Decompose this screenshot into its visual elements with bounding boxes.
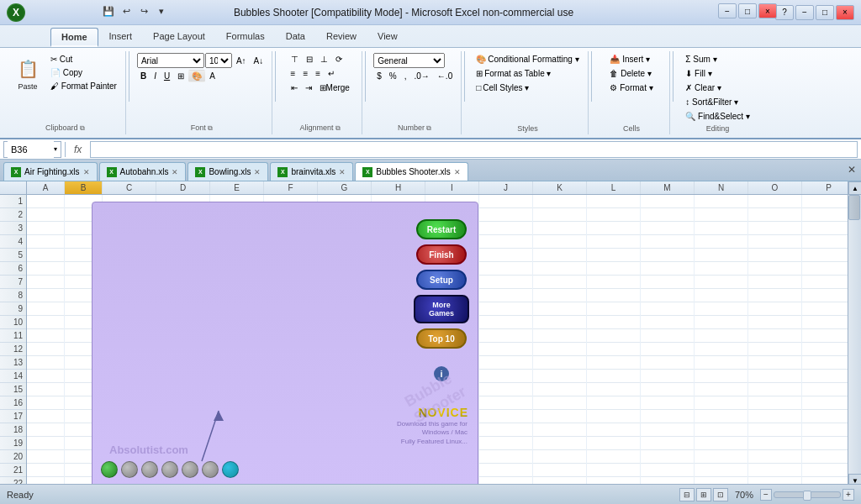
cell-l10[interactable] bbox=[587, 316, 641, 329]
font-color-button[interactable]: A bbox=[206, 70, 219, 82]
zoom-handle[interactable] bbox=[803, 491, 811, 501]
cell-a18[interactable] bbox=[27, 423, 65, 437]
format-as-table-button[interactable]: ⊞ Format as Table ▾ bbox=[473, 67, 554, 80]
cell-k11[interactable] bbox=[533, 329, 587, 343]
zoom-slider[interactable] bbox=[774, 491, 841, 498]
sort-filter-button[interactable]: ↕ Sort&Filter ▾ bbox=[682, 96, 742, 108]
col-header-m[interactable]: M bbox=[641, 181, 695, 194]
wrap-text-btn[interactable]: ↵ bbox=[325, 67, 338, 80]
cell-o2[interactable] bbox=[748, 208, 802, 222]
align-middle-btn[interactable]: ⊟ bbox=[303, 53, 316, 66]
cell-j3[interactable] bbox=[479, 222, 533, 235]
align-left-btn[interactable]: ≡ bbox=[288, 67, 299, 80]
cell-l19[interactable] bbox=[587, 437, 641, 450]
cell-m7[interactable] bbox=[641, 276, 695, 289]
cell-n6[interactable] bbox=[695, 262, 748, 276]
cell-a6[interactable] bbox=[27, 262, 65, 276]
dec-less-btn[interactable]: ←.0 bbox=[434, 70, 456, 82]
cell-k7[interactable] bbox=[533, 276, 587, 289]
more-quick-btn[interactable]: ▾ bbox=[154, 3, 169, 18]
underline-button[interactable]: U bbox=[161, 70, 173, 82]
cell-m10[interactable] bbox=[641, 316, 695, 329]
setup-button[interactable]: Setup bbox=[416, 270, 467, 290]
tab-insert[interactable]: Insert bbox=[99, 28, 143, 47]
cell-j9[interactable] bbox=[479, 302, 533, 316]
cell-n4[interactable] bbox=[695, 235, 748, 249]
cell-o7[interactable] bbox=[748, 276, 802, 289]
cell-m8[interactable] bbox=[641, 289, 695, 302]
increase-font-btn[interactable]: A↑ bbox=[233, 55, 250, 67]
cell-a21[interactable] bbox=[27, 464, 65, 477]
col-header-b[interactable]: B bbox=[65, 181, 103, 194]
wb-tab-brainvita-close[interactable]: ✕ bbox=[339, 168, 346, 176]
cell-k5[interactable] bbox=[533, 249, 587, 262]
cell-n3[interactable] bbox=[695, 222, 748, 235]
cell-m12[interactable] bbox=[641, 343, 695, 356]
cell-a4[interactable] bbox=[27, 235, 65, 249]
col-header-h[interactable]: H bbox=[372, 181, 425, 194]
cell-k9[interactable] bbox=[533, 302, 587, 316]
copy-button[interactable]: 📄 Copy bbox=[47, 66, 120, 79]
col-header-a[interactable]: A bbox=[27, 181, 65, 194]
dec-more-btn[interactable]: .0→ bbox=[411, 70, 433, 82]
cell-m15[interactable] bbox=[641, 383, 695, 396]
cell-n13[interactable] bbox=[695, 356, 748, 370]
cell-k19[interactable] bbox=[533, 437, 587, 450]
cell-k3[interactable] bbox=[533, 222, 587, 235]
cell-o3[interactable] bbox=[748, 222, 802, 235]
cell-k1[interactable] bbox=[533, 195, 587, 208]
col-header-e[interactable]: E bbox=[210, 181, 264, 194]
cell-j1[interactable] bbox=[479, 195, 533, 208]
paste-button[interactable]: 📋 Paste bbox=[10, 53, 45, 93]
wb-tab-brainvita[interactable]: X brainvita.xls ✕ bbox=[270, 162, 353, 181]
col-header-p[interactable]: P bbox=[802, 181, 848, 194]
game-canvas[interactable]: (function(){ var colors=['#e03030','#306… bbox=[92, 202, 478, 487]
col-header-g[interactable]: G bbox=[318, 181, 372, 194]
cell-n10[interactable] bbox=[695, 316, 748, 329]
cell-n2[interactable] bbox=[695, 208, 748, 222]
zoom-in-btn[interactable]: + bbox=[843, 489, 854, 501]
formula-input[interactable] bbox=[90, 141, 858, 158]
text-rotate-btn[interactable]: ⟳ bbox=[332, 53, 346, 66]
cell-k18[interactable] bbox=[533, 423, 587, 437]
cell-k13[interactable] bbox=[533, 356, 587, 370]
cell-m18[interactable] bbox=[641, 423, 695, 437]
cell-l5[interactable] bbox=[587, 249, 641, 262]
cell-m14[interactable] bbox=[641, 370, 695, 383]
cell-j18[interactable] bbox=[479, 423, 533, 437]
cell-j17[interactable] bbox=[479, 410, 533, 423]
cell-j12[interactable] bbox=[479, 343, 533, 356]
cell-j19[interactable] bbox=[479, 437, 533, 450]
merge-btn[interactable]: ⊞Merge bbox=[316, 81, 353, 94]
cell-k14[interactable] bbox=[533, 370, 587, 383]
cell-l3[interactable] bbox=[587, 222, 641, 235]
cell-l13[interactable] bbox=[587, 356, 641, 370]
cell-a2[interactable] bbox=[27, 208, 65, 222]
cell-o11[interactable] bbox=[748, 329, 802, 343]
align-bottom-btn[interactable]: ⊥ bbox=[317, 53, 331, 66]
cell-o15[interactable] bbox=[748, 383, 802, 396]
cell-n17[interactable] bbox=[695, 410, 748, 423]
align-top-btn[interactable]: ⊤ bbox=[288, 53, 302, 66]
cell-k12[interactable] bbox=[533, 343, 587, 356]
cell-l2[interactable] bbox=[587, 208, 641, 222]
restart-button[interactable]: Restart bbox=[416, 219, 467, 239]
cell-j10[interactable] bbox=[479, 316, 533, 329]
normal-view-btn[interactable]: ⊟ bbox=[679, 488, 695, 501]
cell-a11[interactable] bbox=[27, 329, 65, 343]
sum-button[interactable]: Σ Sum ▾ bbox=[682, 53, 720, 66]
cell-j20[interactable] bbox=[479, 450, 533, 464]
cell-k15[interactable] bbox=[533, 383, 587, 396]
italic-button[interactable]: I bbox=[151, 70, 160, 82]
cell-l8[interactable] bbox=[587, 289, 641, 302]
col-header-n[interactable]: N bbox=[695, 181, 748, 194]
wb-tab-bubbles-close[interactable]: ✕ bbox=[454, 168, 461, 176]
col-header-j[interactable]: J bbox=[479, 181, 533, 194]
cell-l12[interactable] bbox=[587, 343, 641, 356]
cell-l18[interactable] bbox=[587, 423, 641, 437]
format-cells-button[interactable]: ⚙ Format ▾ bbox=[606, 81, 656, 94]
page-layout-view-btn[interactable]: ⊞ bbox=[696, 488, 711, 501]
cell-m16[interactable] bbox=[641, 396, 695, 410]
cell-a9[interactable] bbox=[27, 302, 65, 316]
cell-m19[interactable] bbox=[641, 437, 695, 450]
